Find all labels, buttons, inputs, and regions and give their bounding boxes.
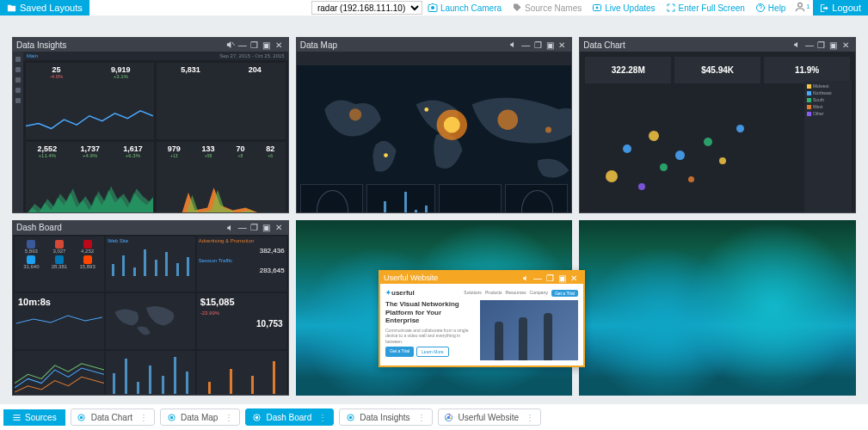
dash-time: 10m:8s [15, 293, 104, 349]
dash-big-count: 10,753 [197, 316, 286, 332]
source-names-label: Source Names [525, 3, 582, 13]
mute-icon[interactable] [791, 39, 803, 51]
close-icon[interactable]: ✕ [556, 39, 568, 51]
panel-data-chart[interactable]: Data Chart — ❐ ▣ ✕ 322.28M $45.94K 11.9% [579, 37, 856, 213]
nav-link[interactable]: Resources [506, 290, 526, 297]
host-select[interactable]: radar (192.168.111.10) [311, 1, 422, 15]
hero-cta-secondary[interactable]: Learn More [416, 347, 449, 357]
source-chip[interactable]: Data Map⋮ [160, 408, 240, 426]
panel-data-insights[interactable]: Data Insights — ❐ ▣ ✕ Main Sep 27, 20 [12, 37, 289, 213]
fullscreen-button[interactable]: Enter Full Screen [661, 0, 750, 15]
nav-cta[interactable]: Get a Trial [551, 290, 578, 297]
world-map [305, 79, 572, 201]
source-chip[interactable]: Dash Board⋮ [245, 408, 334, 426]
panel-lake-image[interactable] [579, 220, 856, 396]
svg-point-10 [384, 153, 388, 157]
svg-point-17 [255, 416, 258, 419]
saved-layouts-label: Saved Layouts [20, 3, 83, 13]
window-icon[interactable]: ❐ [544, 272, 556, 284]
chip-label: Userful Website [459, 413, 519, 422]
window-icon[interactable]: ❐ [249, 222, 261, 234]
maximize-icon[interactable]: ▣ [544, 39, 556, 51]
saved-layouts-button[interactable]: Saved Layouts [0, 0, 89, 15]
minimize-icon[interactable]: — [237, 39, 249, 51]
panel-titlebar[interactable]: Data Insights — ❐ ▣ ✕ [13, 38, 288, 52]
metric-box: 322.28M [585, 57, 671, 83]
source-chip[interactable]: Data Insights⋮ [339, 408, 432, 426]
map-globe-widget [300, 184, 363, 213]
svg-point-0 [431, 6, 434, 9]
panel-titlebar[interactable]: Dash Board — ❐ ▣ ✕ [13, 221, 288, 235]
chip-menu-icon[interactable]: ⋮ [316, 413, 329, 422]
panel-dash-board[interactable]: Dash Board — ❐ ▣ ✕ 5,893 3,027 4,252 31,… [12, 220, 289, 396]
launch-camera-label: Launch Camera [440, 3, 502, 13]
minimize-icon[interactable]: — [520, 39, 532, 51]
maximize-icon[interactable]: ▣ [261, 222, 273, 234]
mute-icon[interactable] [225, 222, 237, 234]
metric-box: 11.9% [764, 57, 850, 83]
bottombar: Sources Data Chart⋮Data Map⋮Dash Board⋮D… [0, 404, 868, 430]
close-icon[interactable]: ✕ [273, 39, 285, 51]
window-icon[interactable]: ❐ [249, 39, 261, 51]
dash-map [106, 293, 195, 349]
maximize-icon[interactable]: ▣ [556, 272, 568, 284]
panel-titlebar[interactable]: Data Chart — ❐ ▣ ✕ [580, 38, 855, 52]
maximize-icon[interactable]: ▣ [828, 39, 840, 51]
svg-point-13 [80, 416, 83, 419]
sidebar-nav-icon[interactable] [15, 57, 21, 62]
window-icon[interactable]: ❐ [532, 39, 544, 51]
user-menu-button[interactable]: 1 [791, 1, 813, 15]
minimize-icon[interactable]: — [532, 272, 544, 284]
website-body: ✦userful Solutions Products Resources Co… [380, 284, 583, 366]
userful-logo: ✦userful [385, 289, 415, 297]
source-names-button[interactable]: Source Names [507, 0, 587, 15]
svg-point-15 [170, 416, 173, 419]
sources-label: Sources [25, 413, 57, 422]
live-updates-button[interactable]: Live Updates [587, 0, 660, 15]
panel-titlebar[interactable]: Userful Website — ❐ ▣ ✕ [380, 272, 583, 284]
source-chip[interactable]: Userful Website⋮ [438, 408, 541, 426]
sidebar-nav-icon[interactable] [15, 88, 21, 93]
chip-menu-icon[interactable]: ⋮ [415, 413, 428, 422]
chart-legend: Midwest Northeast South West Other [804, 81, 852, 213]
maximize-icon[interactable]: ▣ [261, 39, 273, 51]
chip-menu-icon[interactable]: ⋮ [523, 413, 537, 422]
panel-titlebar[interactable]: Data Map — ❐ ▣ ✕ [297, 38, 572, 52]
hero-cta-primary[interactable]: Get a Trial [385, 347, 414, 357]
mute-icon[interactable] [520, 272, 532, 284]
sources-tab[interactable]: Sources [3, 409, 65, 426]
dash-money: $15,085 -23.99% 10,753 [197, 293, 286, 349]
panel-userful-website[interactable]: Userful Website — ❐ ▣ ✕ ✦userful Solutio… [379, 270, 585, 367]
launch-camera-button[interactable]: Launch Camera [422, 0, 507, 15]
sidebar-nav-icon[interactable] [15, 98, 21, 103]
sidebar-nav-icon[interactable] [15, 67, 21, 72]
insights-tab[interactable]: Main [27, 53, 38, 58]
mute-icon[interactable] [225, 39, 237, 51]
mute-icon[interactable] [508, 39, 520, 51]
chip-menu-icon[interactable]: ⋮ [137, 413, 151, 422]
sidebar-nav-icon[interactable] [15, 77, 21, 83]
nav-link[interactable]: Company [530, 290, 548, 297]
close-icon[interactable]: ✕ [840, 39, 852, 51]
logout-button[interactable]: Logout [813, 0, 868, 15]
help-button[interactable]: Help [750, 0, 791, 15]
window-icon[interactable]: ❐ [816, 39, 828, 51]
layout-canvas: Data Insights — ❐ ▣ ✕ Main Sep 27, 20 [0, 15, 868, 404]
panel-data-map[interactable]: Data Map — ❐ ▣ ✕ [296, 37, 573, 213]
nav-link[interactable]: Solutions [464, 290, 482, 297]
dash-card-title: Advertising & Promotion [197, 236, 286, 245]
panel-title: Data Map [300, 40, 508, 50]
chip-label: Data Map [181, 413, 218, 422]
close-icon[interactable]: ✕ [568, 272, 580, 284]
minimize-icon[interactable]: — [237, 222, 249, 234]
hero-image [480, 300, 578, 360]
map-radar-widget [505, 184, 568, 213]
nav-link[interactable]: Products [485, 290, 502, 297]
close-icon[interactable]: ✕ [273, 222, 285, 234]
minimize-icon[interactable]: — [803, 39, 816, 51]
folder-icon [7, 3, 16, 13]
chip-menu-icon[interactable]: ⋮ [222, 413, 236, 422]
help-icon [755, 3, 766, 13]
hero-headline: The Visual Networking Platform for Your … [385, 300, 475, 325]
source-chip[interactable]: Data Chart⋮ [71, 408, 155, 426]
